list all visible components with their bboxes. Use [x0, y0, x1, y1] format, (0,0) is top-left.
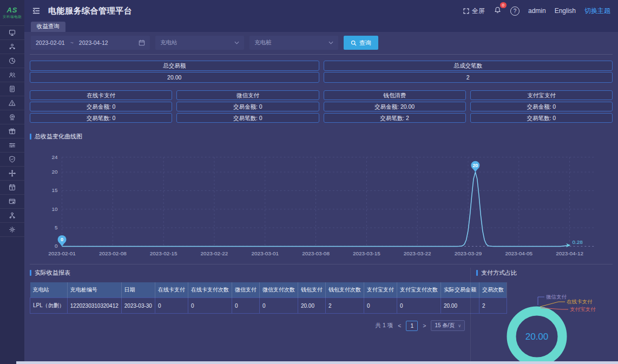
pie-callout-line — [540, 302, 565, 307]
sidebar-nav — [0, 26, 24, 237]
payment-card-title: 支付宝支付 — [470, 90, 613, 100]
svg-text:2023-03-01: 2023-03-01 — [251, 250, 279, 256]
table-cell: 0 — [188, 298, 232, 314]
sidebar-item-alert-triangle[interactable] — [0, 96, 24, 110]
brand-logo-subtext: 安科瑞电能 — [3, 15, 22, 19]
svg-text:15: 15 — [52, 187, 58, 193]
notification-bell[interactable]: 0 — [494, 6, 502, 16]
menu-collapse-icon[interactable] — [32, 6, 41, 15]
fullscreen-button[interactable]: 全屏 — [463, 6, 485, 16]
payment-share-donut-chart: 20.00微信支付在线卡支付支付宝支付 — [471, 280, 613, 364]
theme-toggle-link[interactable]: 切换主题 — [584, 6, 610, 16]
sidebar-item-shield[interactable] — [0, 153, 24, 167]
document-icon — [8, 85, 16, 93]
sidebar-item-monitor[interactable] — [0, 26, 24, 40]
summary-card-title: 总成交笔数 — [324, 61, 613, 71]
svg-text:2023-03-15: 2023-03-15 — [353, 250, 380, 256]
summary-card-total-count: 总成交笔数 2 — [324, 61, 613, 83]
gift-icon — [8, 127, 16, 135]
station-select[interactable]: 充电站 — [155, 36, 244, 50]
sidebar-item-data-flow[interactable] — [0, 138, 24, 153]
data-pin-marker: 20 — [471, 161, 479, 172]
table-title: 实际收益报表 — [35, 269, 70, 277]
date-range-picker[interactable]: 2023-02-01 ~ 2023-04-12 — [31, 36, 150, 50]
revenue-table: 充电站充电桩编号日期在线卡支付在线卡支付次数微信支付微信支付次数钱包支付钱包支付… — [30, 282, 507, 314]
search-button[interactable]: 查询 — [344, 36, 378, 50]
table-header-cell: 支付宝支付次数 — [397, 282, 441, 298]
sidebar-item-account-tree[interactable] — [0, 209, 24, 223]
svg-text:2023-03-08: 2023-03-08 — [302, 250, 330, 256]
pagination-current-page[interactable]: 1 — [406, 321, 418, 331]
sidebar-item-billing-panel[interactable] — [0, 195, 24, 209]
table-cell: 0 — [155, 298, 188, 314]
calendar-icon — [8, 183, 16, 191]
payment-card-amount: 交易金额: 0 — [176, 102, 319, 111]
payment-card-wechat: 微信支付 交易金额: 0 交易笔数: 0 — [176, 90, 319, 123]
sidebar-item-control-hub[interactable] — [0, 167, 24, 181]
table-header-cell: 支付宝支付 — [364, 282, 397, 298]
payment-card-title: 在线卡支付 — [30, 90, 172, 100]
table-cell: 2023-03-30 — [121, 298, 155, 314]
payment-card-amount: 交易金额: 0 — [30, 102, 172, 111]
table-header-cell: 在线卡支付次数 — [188, 282, 232, 298]
page-bottom-edge — [16, 361, 618, 364]
sidebar-item-gift[interactable] — [0, 124, 24, 138]
table-header-cell: 充电桩编号 — [67, 282, 121, 298]
page-size-select[interactable]: 15 条/页 ∨ — [431, 320, 465, 331]
svg-text:5: 5 — [55, 224, 58, 230]
sidebar-item-document[interactable] — [0, 82, 24, 96]
sidebar-item-user-group[interactable] — [0, 68, 24, 82]
page-title: 电能服务综合管理平台 — [48, 6, 132, 16]
user-group-icon — [8, 71, 16, 79]
sidebar-item-calendar[interactable] — [0, 181, 24, 195]
payment-card-alipay: 支付宝支付 交易金额: 0 交易笔数: 0 — [470, 90, 613, 123]
pie-chart-title: 支付方式占比 — [481, 269, 517, 277]
sidebar-item-webcam[interactable] — [0, 110, 24, 124]
calendar-icon — [139, 39, 145, 46]
pagination-next-button[interactable]: > — [423, 322, 426, 329]
donut-center-value: 20.00 — [525, 332, 549, 342]
date-end-value: 2023-04-12 — [79, 39, 108, 46]
summary-cards: 总交易额 20.00 总成交笔数 2 — [30, 61, 613, 83]
table-header-cell: 微信支付次数 — [259, 282, 298, 298]
svg-text:2023-04-12: 2023-04-12 — [556, 250, 583, 256]
table-cell: LPL（勿删） — [30, 298, 68, 314]
payment-card-title: 钱包消费 — [324, 90, 466, 100]
account-tree-icon — [8, 211, 16, 220]
sidebar-item-settings-gear[interactable] — [0, 223, 24, 237]
payment-card-count: 交易笔数: 0 — [470, 113, 613, 123]
summary-card-value: 20.00 — [30, 72, 319, 83]
sidebar-item-org-chart[interactable] — [0, 40, 24, 54]
language-switch[interactable]: English — [555, 7, 576, 15]
svg-text:20: 20 — [52, 169, 58, 175]
section-title-line-chart: 总收益变化曲线图 — [30, 131, 613, 144]
svg-text:2023-02-22: 2023-02-22 — [201, 250, 228, 256]
search-button-label: 查询 — [359, 39, 371, 47]
billing-panel-icon — [8, 197, 16, 206]
brand-logo[interactable]: AS 安科瑞电能 — [0, 0, 24, 26]
svg-text:10: 10 — [52, 206, 58, 212]
pile-select[interactable]: 充电桩 — [249, 36, 338, 50]
tab-revenue-query[interactable]: 收益查询 — [31, 22, 65, 32]
org-chart-icon — [8, 43, 16, 51]
section-title-pie: 支付方式占比 — [471, 268, 613, 280]
table-row[interactable]: LPL（勿删）12202303103204122023-03-30000020.… — [30, 298, 507, 314]
help-icon[interactable]: ? — [510, 6, 520, 16]
svg-text:2023-03-29: 2023-03-29 — [455, 250, 482, 256]
summary-card-value: 2 — [324, 72, 613, 83]
sidebar-item-pie-clock[interactable] — [0, 54, 24, 68]
payment-card-online-card: 在线卡支付 交易金额: 0 交易笔数: 0 — [30, 90, 172, 123]
payment-card-count: 交易笔数: 0 — [176, 113, 319, 123]
table-header-cell: 日期 — [121, 282, 155, 298]
svg-text:24: 24 — [52, 154, 58, 160]
table-header-cell: 钱包支付次数 — [325, 282, 364, 298]
svg-text:2023-02-15: 2023-02-15 — [150, 250, 177, 256]
filter-bar: 2023-02-01 ~ 2023-04-12 充电站 充电桩 — [30, 32, 613, 55]
user-menu[interactable]: admin — [528, 7, 546, 15]
date-separator: ~ — [70, 39, 74, 46]
pie-callout-label: 支付宝支付 — [570, 306, 596, 312]
svg-text:0.28: 0.28 — [573, 239, 583, 245]
table-header-cell: 钱包支付 — [298, 282, 325, 298]
pagination-prev-button[interactable]: < — [398, 322, 401, 329]
table-cell: 0 — [364, 298, 397, 314]
